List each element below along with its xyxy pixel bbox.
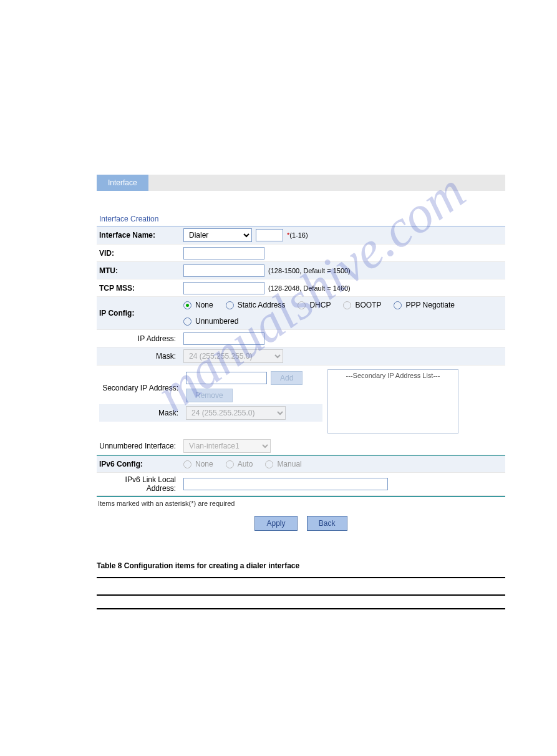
label-interface-name: Interface Name: xyxy=(97,228,181,242)
row-tcpmss: TCP MSS: (128-2048, Default = 1460) xyxy=(97,279,505,297)
radio-static[interactable] xyxy=(226,301,234,309)
label-unnumbered: Unnumbered Interface: xyxy=(97,439,181,453)
table-header-rule xyxy=(97,577,505,594)
radio-ppp[interactable] xyxy=(394,301,402,309)
label-ipconfig: IP Config: xyxy=(97,306,181,320)
label-vid: VID: xyxy=(97,246,181,260)
remove-button[interactable]: Remove xyxy=(186,389,233,402)
select-secondary-mask: 24 (255.255.255.0) xyxy=(186,406,286,420)
back-button[interactable]: Back xyxy=(307,516,347,531)
row-interface-name: Interface Name: Dialer *(1-16) xyxy=(97,226,505,245)
row-ipv6ll: IPv6 Link Local Address: xyxy=(97,473,505,496)
tab-interface[interactable]: Interface xyxy=(97,175,148,191)
radio-label-ipv6-none: None xyxy=(195,460,213,468)
select-interface-type[interactable]: Dialer xyxy=(183,228,252,242)
input-ipaddress[interactable] xyxy=(183,332,264,345)
row-secondary-ip-wrap: Secondary IP Address: Add Remove Mask: 2… xyxy=(97,366,505,437)
radio-ipv6-auto[interactable] xyxy=(226,460,234,468)
input-secondary-ip[interactable] xyxy=(186,372,267,384)
radio-label-ipv6-auto: Auto xyxy=(238,460,253,468)
label-secondary-mask: Mask: xyxy=(99,406,183,420)
row-mtu: MTU: (128-1500, Default = 1500) xyxy=(97,262,505,279)
radio-ipv6-none[interactable] xyxy=(183,460,191,468)
tab-bar: Interface xyxy=(97,175,505,191)
row-mask: Mask: 24 (255.255.255.0) xyxy=(97,347,505,366)
row-vid: VID: xyxy=(97,245,505,262)
button-row: Apply Back xyxy=(97,510,505,537)
label-ipv6ll: IPv6 Link Local Address: xyxy=(97,473,181,495)
radio-unnumbered[interactable] xyxy=(183,317,191,326)
row-ipaddress: IP Address: xyxy=(97,330,505,347)
hint-mtu: (128-1500, Default = 1500) xyxy=(268,267,351,274)
radio-none[interactable] xyxy=(183,301,191,309)
radio-label-bootp: BOOTP xyxy=(355,301,381,309)
row-secondary-ip: Secondary IP Address: Add Remove xyxy=(99,369,322,404)
table-caption-block: Table 8 Configuration items for creating… xyxy=(97,560,505,609)
required-note: Items marked with an asterisk(*) are req… xyxy=(97,496,505,510)
radio-dhcp[interactable] xyxy=(298,301,306,309)
interface-panel: Interface Interface Creation Interface N… xyxy=(97,175,505,537)
input-ipv6ll[interactable] xyxy=(183,478,388,490)
radio-label-ipv6-manual: Manual xyxy=(277,460,301,468)
label-mask: Mask: xyxy=(97,349,181,363)
label-ipaddress: IP Address: xyxy=(97,332,181,346)
label-tcpmss: TCP MSS: xyxy=(97,281,181,295)
table-body-rule xyxy=(97,594,505,609)
radio-ipv6-manual[interactable] xyxy=(265,460,273,468)
radio-label-ppp: PPP Negotiate xyxy=(405,301,455,309)
radio-label-none: None xyxy=(195,301,213,309)
row-unnumbered: Unnumbered Interface: Vlan-interface1 xyxy=(97,437,505,455)
row-ipv6config: IPv6 Config: None Auto Manual xyxy=(97,455,505,473)
label-mtu: MTU: xyxy=(97,264,181,278)
radio-bootp[interactable] xyxy=(343,301,351,309)
add-button[interactable]: Add xyxy=(271,371,303,385)
hint-interface-name: *(1-16) xyxy=(287,231,308,239)
input-tcpmss[interactable] xyxy=(183,282,264,294)
input-mtu[interactable] xyxy=(183,264,264,277)
radio-label-static: Static Address xyxy=(238,301,286,309)
row-ipconfig: IP Config: None Static Address DHCP BOOT… xyxy=(97,297,505,330)
label-ipv6config: IPv6 Config: xyxy=(97,457,181,471)
select-unnumbered: Vlan-interface1 xyxy=(183,439,271,453)
hint-tcpmss: (128-2048, Default = 1460) xyxy=(268,284,351,292)
section-title: Interface Creation xyxy=(97,210,505,226)
label-secondary-ip: Secondary IP Address: xyxy=(99,379,183,395)
radio-label-dhcp: DHCP xyxy=(309,301,331,309)
secondary-ip-listbox[interactable]: ---Secondary IP Address List--- xyxy=(327,369,458,434)
select-mask: 24 (255.255.255.0) xyxy=(183,349,283,363)
row-secondary-mask: Mask: 24 (255.255.255.0) xyxy=(99,404,322,422)
radio-label-unnumbered: Unnumbered xyxy=(195,317,238,326)
input-vid[interactable] xyxy=(183,247,264,259)
table-caption: Table 8 Configuration items for creating… xyxy=(97,560,505,577)
apply-button[interactable]: Apply xyxy=(254,516,297,531)
input-interface-number[interactable] xyxy=(256,229,283,241)
